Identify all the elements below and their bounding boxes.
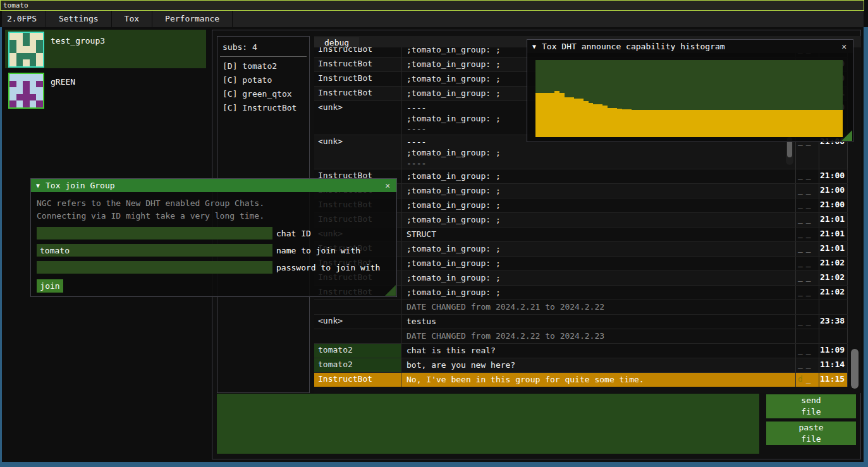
message-line: ;tomato_in_group: ; <box>406 243 790 254</box>
close-icon[interactable]: ✕ <box>840 42 848 51</box>
histogram-bar <box>785 110 790 137</box>
message-line: STRUCT <box>406 229 790 240</box>
chat-id-input[interactable] <box>37 227 272 240</box>
histogram-bar <box>800 110 805 137</box>
message-line: ;tomato_in_group: ; <box>406 287 790 298</box>
window-title: tomato <box>3 1 28 9</box>
collapse-icon[interactable]: ▼ <box>532 43 536 50</box>
menu-performance[interactable]: Performance <box>152 11 233 27</box>
histogram-bar <box>651 110 656 137</box>
os-titlebar[interactable]: tomato <box>0 0 864 11</box>
member-item-instructbot[interactable]: [C] InstructBot <box>217 102 309 116</box>
sender-name: InstructBot <box>314 47 401 57</box>
histogram-bar <box>732 110 737 137</box>
avatar-pixel <box>30 100 37 107</box>
resize-grip[interactable] <box>385 285 396 296</box>
collapse-icon[interactable]: ▼ <box>36 182 40 189</box>
avatar-pixel <box>9 53 16 60</box>
avatar-pixel <box>23 53 30 60</box>
member-item-green-qtox[interactable]: [C] green_qtox <box>217 88 309 102</box>
join-password-input[interactable] <box>37 261 272 274</box>
message-line: ;tomato_in_group: ; <box>406 200 790 210</box>
message-row[interactable]: tomato2chat is this real?__11:09 <box>314 344 848 358</box>
histogram-bar <box>541 93 546 137</box>
histogram-bar <box>780 110 785 137</box>
status-flag-1: _ <box>798 272 803 282</box>
histogram-bar <box>636 110 641 137</box>
divider <box>220 56 307 57</box>
join-description-line1: NGC refers to the New DHT enabled Group … <box>31 192 396 210</box>
close-icon[interactable]: ✕ <box>384 181 391 190</box>
histogram-bar <box>776 110 781 137</box>
paste-file-button[interactable]: paste file <box>766 422 856 445</box>
message-line: DATE CHANGED from 2024.2.22 to 2024.2.23 <box>406 331 790 341</box>
histogram-bar <box>723 110 728 137</box>
sidebar-item-green[interactable]: gREEN <box>5 71 206 109</box>
chat-scrollbar[interactable] <box>851 349 859 389</box>
avatar-pixel <box>23 33 30 40</box>
message-timestamp: 21:01 <box>819 227 848 241</box>
status-flag-1: _ <box>798 229 803 238</box>
message-line: bot, are you new here? <box>406 360 790 370</box>
histogram-window-titlebar[interactable]: ▼ Tox DHT announce capability histogram … <box>527 40 853 53</box>
message-status: __ <box>795 198 819 212</box>
avatar-pixel <box>16 74 23 81</box>
status-flag-1: _ <box>798 243 803 253</box>
message-text: ;tomato_in_group: ; <box>401 242 795 256</box>
message-text: chat is this real? <box>401 344 795 358</box>
avatar-pixel <box>36 40 43 47</box>
message-status: __ <box>795 315 819 329</box>
message-text: ;tomato_in_group: ; <box>401 184 795 198</box>
histogram-bar <box>665 110 670 137</box>
message-text: ;tomato_in_group: ; <box>401 286 795 300</box>
message-text: testus <box>401 315 795 329</box>
date-separator-row[interactable]: DATE CHANGED from 2024.2.21 to 2024.2.22 <box>314 300 848 315</box>
status-flag-1: _ <box>798 258 803 267</box>
histogram-bar <box>680 110 685 137</box>
send-file-button[interactable]: send file <box>766 394 856 418</box>
avatar-pixel <box>30 46 37 53</box>
avatar-pixel <box>23 59 30 66</box>
avatar-pixel <box>36 53 43 60</box>
histogram-bar <box>742 110 747 137</box>
date-separator-row[interactable]: DATE CHANGED from 2024.2.22 to 2024.2.23 <box>314 329 848 344</box>
message-timestamp: 11:09 <box>819 344 848 358</box>
group-avatar <box>8 73 44 109</box>
avatar-pixel <box>23 81 30 88</box>
histogram-bar <box>545 93 550 137</box>
message-status: __ <box>795 358 819 372</box>
sender-name <box>314 300 401 314</box>
member-item-tomato2[interactable]: [D] tomato2 <box>217 60 309 74</box>
avatar-pixel <box>23 94 30 101</box>
status-flag-2: _ <box>806 316 811 325</box>
member-item-potato[interactable]: [C] potato <box>217 74 309 88</box>
message-input[interactable] <box>217 394 759 454</box>
avatar-pixel <box>16 87 23 94</box>
avatar-pixel <box>23 100 30 107</box>
histogram-bar <box>602 106 608 137</box>
window-frame-right <box>864 27 868 462</box>
histogram-bar <box>550 93 555 137</box>
join-window-titlebar[interactable]: ▼ Tox join Group ✕ <box>31 179 396 192</box>
avatar-pixel <box>9 81 16 88</box>
join-name-input[interactable] <box>37 244 272 257</box>
message-line: chat is this real? <box>406 345 790 356</box>
histogram-bar <box>598 104 603 137</box>
menu-settings[interactable]: Settings <box>46 11 112 27</box>
sidebar-item-test-group3[interactable]: test_group3 <box>5 30 206 68</box>
message-timestamp <box>819 329 848 343</box>
message-row[interactable]: <unk>testus__23:38 <box>314 315 848 329</box>
group-name: test_group3 <box>51 36 105 45</box>
avatar-pixel <box>9 46 16 53</box>
avatar-pixel <box>9 94 16 101</box>
status-flag-1: _ <box>798 345 803 355</box>
histogram-bar <box>622 109 627 137</box>
join-button[interactable]: join <box>37 279 63 293</box>
message-row[interactable]: InstructBotNo, I've been in this group f… <box>314 373 848 387</box>
message-status: __ <box>795 286 819 300</box>
message-row[interactable]: tomato2bot, are you new here?__11:14 <box>314 358 848 373</box>
menu-tox[interactable]: Tox <box>112 11 152 27</box>
resize-grip[interactable] <box>841 130 852 141</box>
avatar-pixel <box>16 40 23 47</box>
histogram-bar <box>675 110 680 137</box>
